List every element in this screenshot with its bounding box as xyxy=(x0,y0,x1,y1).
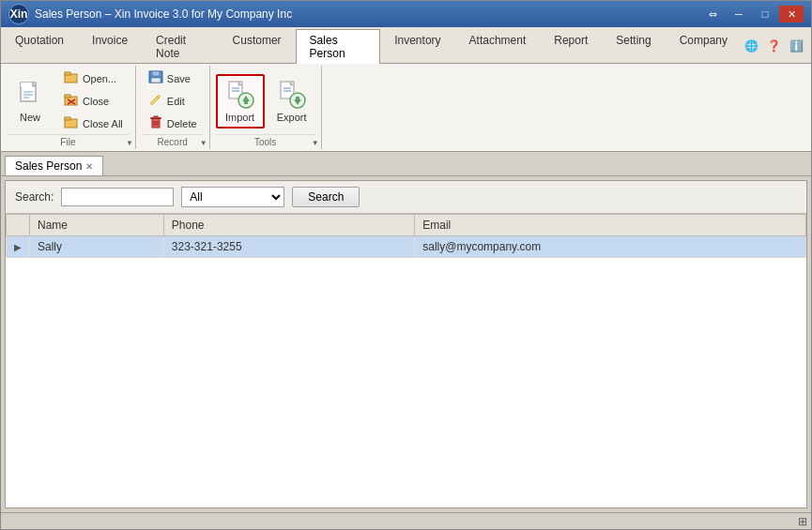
export-button[interactable]: Export xyxy=(268,75,315,128)
search-input[interactable] xyxy=(61,188,174,206)
tab-inventory[interactable]: Inventory xyxy=(380,29,454,64)
export-label: Export xyxy=(277,112,307,123)
close-button[interactable]: Close xyxy=(57,90,130,112)
globe-icon[interactable]: 🌐 xyxy=(742,38,760,54)
edit-button[interactable]: Edit xyxy=(142,90,204,112)
tab-company[interactable]: Company xyxy=(666,29,742,64)
data-table-container: Name Phone Email ▶ Sally 323-321-3255 sa… xyxy=(6,214,806,507)
new-icon xyxy=(15,80,45,110)
record-small-buttons: Save Edit xyxy=(142,68,204,134)
page-tab-strip: Sales Person ✕ xyxy=(1,152,811,176)
svg-rect-15 xyxy=(152,71,160,76)
resize-handle[interactable]: ⊞ xyxy=(798,515,807,528)
search-bar: Search: All Search xyxy=(6,181,806,214)
tab-credit-note[interactable]: Credit Note xyxy=(142,29,219,64)
content-inner: Search: All Search Name Phone xyxy=(5,180,807,508)
tab-setting[interactable]: Setting xyxy=(602,29,665,64)
svg-rect-31 xyxy=(244,101,248,104)
tab-quotation[interactable]: Quotation xyxy=(1,29,78,64)
open-icon xyxy=(64,70,79,86)
file-group-content: New Open... xyxy=(7,68,130,134)
cell-name: Sally xyxy=(30,236,164,258)
import-button[interactable]: Import xyxy=(216,74,265,129)
content-area: Search: All Search Name Phone xyxy=(1,176,811,512)
tools-group: Import Export xyxy=(210,66,322,149)
new-label: New xyxy=(20,112,40,123)
col-name: Name xyxy=(30,215,164,236)
close-label: Close xyxy=(83,96,109,107)
close-all-icon xyxy=(64,115,79,131)
svg-rect-13 xyxy=(65,117,70,120)
close-all-button[interactable]: Close All xyxy=(57,113,130,134)
tab-customer[interactable]: Customer xyxy=(219,29,296,64)
window-title: Sales Person – Xin Invoice 3.0 for My Co… xyxy=(35,8,292,21)
data-table: Name Phone Email ▶ Sally 323-321-3255 sa… xyxy=(6,214,806,258)
import-icon xyxy=(225,80,255,110)
tools-group-expand[interactable]: ▼ xyxy=(312,139,319,147)
status-bar: ⊞ xyxy=(1,512,811,529)
file-group-expand[interactable]: ▼ xyxy=(126,139,133,147)
info-icon[interactable]: ℹ️ xyxy=(787,38,805,54)
svg-rect-2 xyxy=(21,83,32,86)
main-content: Sales Person ✕ Search: All Search xyxy=(1,152,811,512)
app-window: Xin Sales Person – Xin Invoice 3.0 for M… xyxy=(0,0,812,530)
svg-marker-17 xyxy=(150,95,161,105)
record-group-label: Record xyxy=(142,134,204,147)
cell-phone: 323-321-3255 xyxy=(163,236,414,258)
title-controls: ⇔ ─ □ ✕ xyxy=(700,6,804,23)
close-window-button[interactable]: ✕ xyxy=(779,6,804,23)
page-tab-close-icon[interactable]: ✕ xyxy=(85,161,93,172)
save-button[interactable]: Save xyxy=(142,68,204,89)
close-all-label: Close All xyxy=(83,118,123,129)
record-group: Save Edit xyxy=(136,66,210,149)
delete-label: Delete xyxy=(167,118,197,129)
svg-rect-16 xyxy=(151,78,161,83)
import-label: Import xyxy=(225,112,254,123)
delete-icon xyxy=(148,115,163,131)
table-header-row: Name Phone Email xyxy=(7,215,806,236)
restore-button[interactable]: □ xyxy=(753,6,777,23)
app-logo: Xin xyxy=(8,4,29,24)
tools-group-label: Tools xyxy=(216,134,315,147)
file-group-label: File xyxy=(7,134,130,147)
close-file-icon xyxy=(64,93,79,109)
sales-person-page-tab[interactable]: Sales Person ✕ xyxy=(5,156,103,175)
ribbon-tab-bar: Quotation Invoice Credit Note Customer S… xyxy=(1,27,811,64)
arrow-icon[interactable]: ⇔ xyxy=(700,6,725,23)
svg-rect-38 xyxy=(296,97,299,99)
svg-rect-21 xyxy=(154,116,158,118)
export-icon xyxy=(277,80,307,110)
tools-group-content: Import Export xyxy=(216,68,315,134)
file-group: New Open... xyxy=(1,66,136,149)
search-filter-select[interactable]: All xyxy=(181,187,284,207)
svg-rect-7 xyxy=(65,72,70,75)
search-label: Search: xyxy=(15,190,54,204)
tab-attachment[interactable]: Attachment xyxy=(455,29,541,64)
row-expand-arrow: ▶ xyxy=(7,236,30,258)
help-icon[interactable]: ❓ xyxy=(764,38,783,54)
open-button[interactable]: Open... xyxy=(57,68,130,89)
record-group-expand[interactable]: ▼ xyxy=(200,139,207,147)
tab-invoice[interactable]: Invoice xyxy=(78,29,142,64)
page-tab-label: Sales Person xyxy=(15,159,82,173)
ribbon-toolbar: New Open... xyxy=(1,64,811,152)
delete-button[interactable]: Delete xyxy=(142,113,204,134)
record-group-content: Save Edit xyxy=(142,68,204,134)
search-button[interactable]: Search xyxy=(292,187,360,207)
cell-email: sally@mycompany.com xyxy=(415,236,806,258)
file-small-buttons: Open... Close xyxy=(57,68,130,134)
edit-label: Edit xyxy=(167,96,185,107)
tab-report[interactable]: Report xyxy=(540,29,602,64)
table-row[interactable]: ▶ Sally 323-321-3255 sally@mycompany.com xyxy=(7,236,806,258)
col-phone: Phone xyxy=(163,215,414,236)
title-bar-left: Xin Sales Person – Xin Invoice 3.0 for M… xyxy=(8,4,292,24)
ribbon-extra-icons: 🌐 ❓ ℹ️ xyxy=(742,29,811,63)
new-button[interactable]: New xyxy=(7,75,54,128)
tab-sales-person[interactable]: Sales Person xyxy=(296,29,381,64)
save-icon xyxy=(148,70,163,86)
svg-rect-9 xyxy=(65,95,70,98)
save-label: Save xyxy=(167,73,191,84)
col-email: Email xyxy=(415,215,806,236)
title-bar: Xin Sales Person – Xin Invoice 3.0 for M… xyxy=(1,1,811,27)
minimize-button[interactable]: ─ xyxy=(727,6,751,23)
